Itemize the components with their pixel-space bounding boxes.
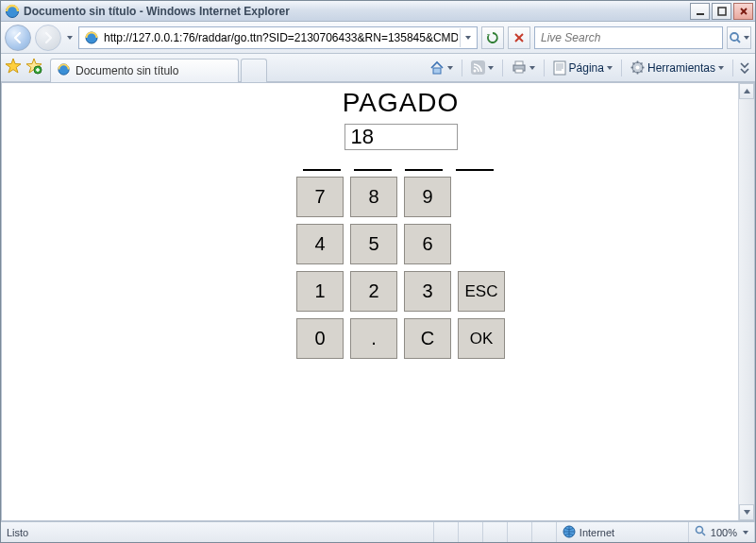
title-bar: Documento sin título - Windows Internet … bbox=[1, 1, 755, 22]
status-seg bbox=[434, 522, 459, 542]
minimize-button[interactable] bbox=[690, 3, 710, 20]
key-blank bbox=[458, 177, 505, 217]
key-2[interactable]: 2 bbox=[350, 271, 397, 312]
svg-rect-17 bbox=[515, 69, 523, 73]
feeds-button[interactable] bbox=[467, 57, 497, 79]
key-4[interactable]: 4 bbox=[296, 224, 344, 264]
address-bar[interactable] bbox=[78, 26, 478, 49]
vertical-scrollbar[interactable] bbox=[738, 83, 754, 520]
refresh-button[interactable] bbox=[481, 26, 504, 49]
digit-slot bbox=[303, 169, 341, 171]
svg-point-14 bbox=[473, 70, 476, 73]
search-button[interactable] bbox=[727, 26, 751, 49]
favorites-star-icon[interactable] bbox=[5, 58, 22, 77]
security-zone-label: Internet bbox=[580, 527, 614, 538]
content-area: PAGADO 18 7 8 9 4 5 6 bbox=[1, 82, 755, 521]
home-button[interactable] bbox=[426, 57, 457, 79]
cmd-chevrons[interactable] bbox=[738, 57, 751, 79]
tab-current[interactable]: Documento sin título bbox=[50, 59, 239, 82]
tab-page-icon bbox=[57, 62, 71, 79]
paid-title: PAGADO bbox=[167, 88, 634, 118]
key-6[interactable]: 6 bbox=[404, 224, 451, 264]
window-title: Documento sin título - Windows Internet … bbox=[24, 5, 688, 18]
search-box[interactable] bbox=[534, 26, 723, 49]
keypad: 7 8 9 4 5 6 1 2 3 ESC 0 . C OK bbox=[293, 177, 510, 359]
nav-history-dropdown[interactable] bbox=[65, 25, 75, 51]
browser-window: Documento sin título - Windows Internet … bbox=[0, 0, 756, 543]
zoom-control[interactable]: 100% bbox=[689, 522, 755, 542]
paid-display[interactable]: 18 bbox=[344, 124, 458, 150]
digit-slot bbox=[405, 169, 443, 171]
command-bar: Documento sin título Página bbox=[1, 54, 755, 82]
svg-line-9 bbox=[737, 40, 740, 42]
nav-bar bbox=[1, 22, 755, 54]
search-input[interactable] bbox=[539, 30, 718, 45]
back-button[interactable] bbox=[5, 25, 31, 51]
ie-logo-icon bbox=[5, 4, 20, 19]
key-7[interactable]: 7 bbox=[296, 177, 344, 217]
key-ok[interactable]: OK bbox=[458, 318, 505, 359]
status-seg bbox=[483, 522, 508, 542]
address-dropdown[interactable] bbox=[460, 28, 475, 47]
scroll-track[interactable] bbox=[739, 99, 754, 504]
svg-rect-16 bbox=[515, 61, 523, 65]
paid-value: 18 bbox=[351, 125, 374, 149]
stop-button[interactable] bbox=[508, 26, 530, 49]
key-c[interactable]: C bbox=[404, 318, 451, 359]
tab-label: Documento sin título bbox=[76, 64, 178, 77]
key-esc[interactable]: ESC bbox=[458, 271, 505, 312]
svg-rect-13 bbox=[471, 60, 485, 75]
maximize-button[interactable] bbox=[712, 3, 731, 20]
key-blank bbox=[458, 224, 505, 264]
svg-line-35 bbox=[702, 533, 705, 535]
page-icon bbox=[84, 30, 99, 45]
forward-button[interactable] bbox=[35, 25, 61, 51]
tools-menu-label: Herramientas bbox=[647, 61, 715, 75]
status-ready-label: Listo bbox=[7, 527, 28, 538]
status-seg bbox=[532, 522, 557, 542]
page-menu[interactable]: Página bbox=[549, 57, 616, 79]
zoom-icon bbox=[695, 525, 707, 539]
page-viewport: PAGADO 18 7 8 9 4 5 6 bbox=[2, 83, 738, 520]
key-5[interactable]: 5 bbox=[350, 224, 397, 264]
key-8[interactable]: 8 bbox=[350, 177, 397, 217]
address-input[interactable] bbox=[102, 30, 460, 45]
add-favorite-icon[interactable] bbox=[25, 58, 42, 77]
keypad-card: PAGADO 18 7 8 9 4 5 6 bbox=[167, 83, 634, 359]
key-1[interactable]: 1 bbox=[296, 271, 344, 312]
key-dot[interactable]: . bbox=[350, 318, 397, 359]
globe-icon bbox=[563, 525, 576, 540]
digit-slot bbox=[354, 169, 392, 171]
new-tab-button[interactable] bbox=[241, 59, 267, 82]
security-zone[interactable]: Internet bbox=[557, 522, 689, 542]
status-bar: Listo Internet 100% bbox=[1, 521, 755, 542]
status-ready: Listo bbox=[1, 522, 434, 542]
zoom-label: 100% bbox=[711, 527, 737, 538]
window-buttons bbox=[688, 3, 753, 20]
svg-rect-2 bbox=[718, 8, 726, 15]
digit-slot bbox=[456, 169, 494, 171]
key-3[interactable]: 3 bbox=[404, 271, 451, 312]
svg-point-34 bbox=[696, 527, 702, 534]
tools-menu[interactable]: Herramientas bbox=[627, 57, 728, 79]
key-0[interactable]: 0 bbox=[296, 318, 344, 359]
svg-point-8 bbox=[731, 33, 738, 41]
key-9[interactable]: 9 bbox=[404, 177, 451, 217]
status-seg bbox=[508, 522, 532, 542]
status-seg bbox=[459, 522, 483, 542]
scroll-down-button[interactable] bbox=[739, 504, 754, 520]
status-segments bbox=[434, 522, 557, 542]
print-button[interactable] bbox=[508, 57, 539, 79]
scroll-up-button[interactable] bbox=[739, 83, 754, 99]
digit-slots bbox=[297, 169, 505, 171]
svg-point-24 bbox=[635, 66, 639, 70]
close-button[interactable] bbox=[733, 3, 753, 20]
page-menu-label: Página bbox=[569, 61, 604, 75]
svg-rect-1 bbox=[697, 13, 704, 15]
svg-rect-12 bbox=[433, 68, 441, 74]
